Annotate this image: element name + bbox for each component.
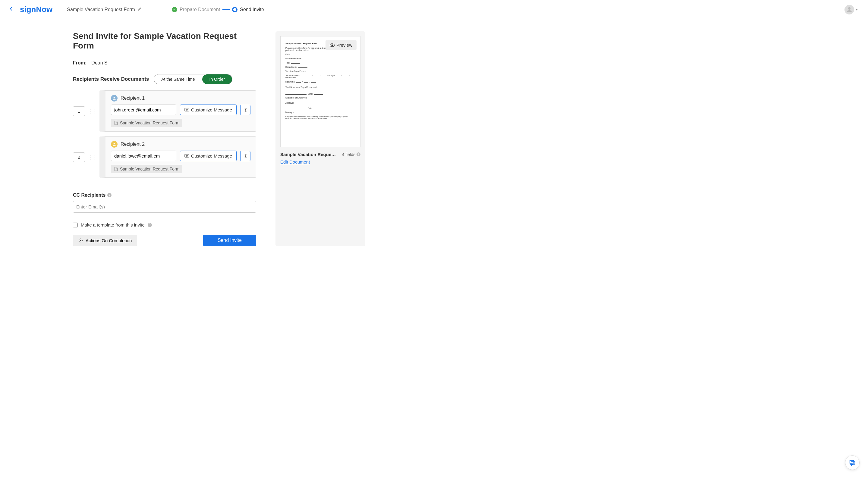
circle-icon: [232, 7, 238, 12]
message-icon: [184, 154, 189, 158]
recipient-row: 1 ⋮⋮ Recipient 1 Customize Message: [73, 90, 256, 132]
svg-point-8: [331, 44, 333, 46]
svg-point-3: [245, 109, 246, 111]
info-icon[interactable]: i: [356, 152, 361, 156]
customize-message-button[interactable]: Customize Message: [180, 151, 237, 161]
step-send[interactable]: Send Invite: [232, 7, 264, 12]
document-icon: [114, 167, 118, 171]
svg-point-7: [80, 240, 81, 241]
edit-title-button[interactable]: [137, 7, 142, 12]
edit-document-link[interactable]: Edit Document: [280, 159, 310, 165]
bottom-actions: Actions On Completion Send Invite: [73, 235, 256, 246]
main-content: Send Invite for Sample Vacation Request …: [73, 31, 256, 246]
message-icon: [184, 108, 189, 112]
receive-label: Recipients Receive Documents: [73, 76, 149, 82]
toggle-in-order[interactable]: In Order: [202, 74, 232, 84]
doc-info-title: Sample Vacation Request F...: [280, 152, 337, 157]
recipient-row: 2 ⋮⋮ Recipient 2 Customize Message: [73, 136, 256, 178]
app-header: signNow Sample Vacation Request Form ✓ P…: [0, 0, 868, 19]
order-number[interactable]: 1: [73, 106, 85, 116]
step-prepare[interactable]: ✓ Prepare Document: [172, 7, 220, 12]
chevron-down-icon: ▼: [855, 8, 858, 11]
order-number[interactable]: 2: [73, 152, 85, 162]
recipient-card: Recipient 2 Customize Message: [99, 136, 256, 178]
person-icon: [112, 142, 116, 146]
gear-icon: [78, 238, 83, 243]
avatar: [845, 5, 854, 15]
person-icon: [112, 96, 116, 100]
divider: [73, 185, 256, 185]
email-field[interactable]: [111, 151, 176, 161]
drag-handle-icon[interactable]: ⋮⋮: [87, 108, 97, 114]
from-label: From:: [73, 60, 87, 66]
page-title: Send Invite for Sample Vacation Request …: [73, 31, 256, 51]
chevron-left-icon: [10, 6, 13, 11]
document-chip[interactable]: Sample Vacation Request Form: [111, 165, 182, 173]
user-menu[interactable]: ▼: [845, 5, 858, 15]
preview-button[interactable]: Preview: [326, 40, 356, 50]
help-icon[interactable]: ?: [148, 223, 152, 227]
from-name: Dean S: [91, 60, 107, 66]
template-checkbox-label: Make a template from this invite: [81, 222, 145, 227]
eye-icon: [330, 43, 335, 47]
document-icon: [114, 121, 118, 125]
svg-point-1: [114, 97, 115, 98]
doc-info-row: Sample Vacation Request F... 4 fields i: [280, 152, 361, 157]
recipient-settings-button[interactable]: [240, 105, 251, 115]
drag-handle-icon[interactable]: ⋮⋮: [87, 154, 97, 160]
document-preview[interactable]: Preview Sample Vacation Request Form Ple…: [280, 36, 361, 147]
template-checkbox-row: Make a template from this invite ?: [73, 222, 256, 227]
back-button[interactable]: [10, 6, 13, 13]
customize-message-button[interactable]: Customize Message: [180, 104, 237, 115]
document-chip[interactable]: Sample Vacation Request Form: [111, 119, 182, 127]
cc-input[interactable]: [73, 201, 256, 213]
svg-rect-5: [185, 154, 189, 157]
from-row: From: Dean S: [73, 60, 256, 66]
preview-sidebar: Preview Sample Vacation Request Form Ple…: [275, 31, 365, 246]
logo[interactable]: signNow: [20, 5, 52, 14]
step-connector: [222, 10, 230, 10]
pencil-icon: [137, 7, 142, 11]
recipient-card: Recipient 1 Customize Message: [99, 90, 256, 132]
receive-mode-row: Recipients Receive Documents At the Same…: [73, 74, 256, 84]
recipient-avatar: [111, 95, 117, 101]
svg-point-0: [848, 7, 851, 10]
send-invite-button[interactable]: Send Invite: [203, 235, 256, 246]
email-field[interactable]: [111, 104, 176, 115]
recipient-label: Recipient 1: [121, 95, 145, 101]
svg-rect-2: [185, 108, 189, 111]
svg-point-4: [114, 143, 115, 144]
actions-on-completion-button[interactable]: Actions On Completion: [73, 235, 137, 246]
cc-label: CC Recipients ?: [73, 192, 256, 198]
preview-note: Employer Note: Please be sure to clearly…: [285, 116, 355, 119]
person-icon: [846, 6, 853, 13]
wizard-steps: ✓ Prepare Document Send Invite: [172, 7, 264, 12]
gear-icon: [243, 154, 248, 158]
help-icon[interactable]: ?: [107, 193, 112, 197]
recipient-label: Recipient 2: [121, 141, 145, 147]
recipient-settings-button[interactable]: [240, 151, 251, 161]
check-icon: ✓: [172, 7, 177, 12]
toggle-same-time[interactable]: At the Same Time: [154, 74, 202, 84]
recipient-avatar: [111, 141, 117, 148]
doc-info-fields: 4 fields i: [342, 152, 361, 157]
svg-point-6: [245, 155, 246, 157]
receive-mode-toggle: At the Same Time In Order: [154, 74, 233, 84]
gear-icon: [243, 108, 248, 112]
template-checkbox[interactable]: [73, 223, 78, 227]
doc-title: Sample Vacation Request Form: [67, 7, 135, 12]
